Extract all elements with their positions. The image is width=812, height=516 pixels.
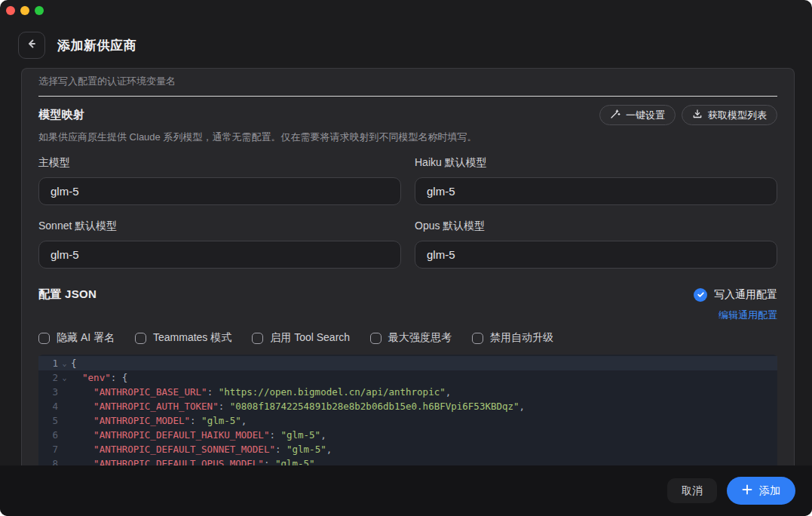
code-text: "ANTHROPIC_MODEL": "glm-5", — [71, 413, 247, 428]
plus-icon — [742, 484, 752, 497]
fold-spacer — [58, 399, 71, 413]
fetch-models-button[interactable]: 获取模型列表 — [682, 105, 777, 125]
opus-model-input[interactable] — [415, 241, 777, 269]
checkbox-unchecked-icon — [38, 333, 50, 344]
field-sonnet-model: Sonnet 默认模型 — [38, 220, 401, 269]
sonnet-model-label: Sonnet 默认模型 — [38, 220, 401, 233]
toggle-checkbox[interactable]: 最大强度思考 — [370, 331, 452, 345]
haiku-model-input[interactable] — [415, 177, 777, 205]
toggle-checkbox[interactable]: Teammates 模式 — [135, 331, 231, 345]
checkbox-unchecked-icon — [472, 333, 483, 344]
code-line[interactable]: 7 "ANTHROPIC_DEFAULT_SONNET_MODEL": "glm… — [38, 442, 777, 456]
line-number: 2 — [38, 370, 58, 385]
checkbox-unchecked-icon — [135, 333, 146, 344]
cancel-button[interactable]: 取消 — [667, 478, 717, 503]
section-divider — [38, 96, 777, 97]
content-scroll-area[interactable]: 选择写入配置的认证环境变量名 模型映射 一键设置 — [21, 68, 795, 465]
minimize-window-icon[interactable] — [20, 6, 29, 15]
model-mapping-description: 如果供应商原生提供 Claude 系列模型，通常无需配置。仅在需要将请求映射到不… — [38, 131, 777, 144]
download-icon — [692, 109, 703, 121]
line-number: 6 — [38, 428, 58, 442]
fold-spacer — [58, 428, 71, 442]
auth-env-helper-text: 选择写入配置的认证环境变量名 — [38, 75, 777, 88]
code-text: "ANTHROPIC_DEFAULT_HAIKU_MODEL": "glm-5"… — [71, 428, 326, 442]
write-common-config-label: 写入通用配置 — [714, 288, 777, 302]
code-line[interactable]: 6 "ANTHROPIC_DEFAULT_HAIKU_MODEL": "glm-… — [38, 428, 777, 442]
code-text: "env": { — [71, 370, 127, 385]
toggle-label: 启用 Tool Search — [270, 331, 350, 345]
code-line[interactable]: 4 "ANTHROPIC_AUTH_TOKEN": "0808f18742254… — [38, 399, 777, 413]
line-number: 4 — [38, 399, 58, 413]
code-line[interactable]: 5 "ANTHROPIC_MODEL": "glm-5", — [38, 413, 777, 428]
code-line[interactable]: 2⌄ "env": { — [38, 370, 777, 385]
field-haiku-model: Haiku 默认模型 — [415, 156, 777, 205]
arrow-left-icon — [25, 37, 38, 54]
field-main-model: 主模型 — [38, 156, 401, 205]
write-common-config-checkbox[interactable]: 写入通用配置 — [694, 288, 777, 302]
magic-wand-icon — [610, 109, 620, 121]
page-title: 添加新供应商 — [57, 37, 136, 54]
toggle-label: 最大强度思考 — [388, 331, 452, 345]
line-number: 5 — [38, 413, 58, 428]
code-text: "ANTHROPIC_DEFAULT_SONNET_MODEL": "glm-5… — [71, 442, 332, 456]
close-window-icon[interactable] — [6, 6, 15, 15]
window-controls — [6, 6, 44, 15]
fold-spacer — [58, 442, 71, 456]
model-mapping-title: 模型映射 — [38, 108, 84, 122]
fold-spacer — [58, 413, 71, 428]
code-text: "ANTHROPIC_DEFAULT_OPUS_MODEL": "glm-5" — [71, 456, 315, 465]
toggle-row: 隐藏 AI 署名Teammates 模式启用 Tool Search最大强度思考… — [38, 331, 777, 345]
line-number: 8 — [38, 456, 58, 465]
sonnet-model-input[interactable] — [38, 241, 401, 269]
code-line[interactable]: 3 "ANTHROPIC_BASE_URL": "https://open.bi… — [38, 385, 777, 399]
add-button-label: 添加 — [759, 484, 780, 498]
zoom-window-icon[interactable] — [35, 6, 44, 15]
quick-setup-label: 一键设置 — [626, 109, 665, 122]
add-provider-button[interactable]: 添加 — [727, 477, 795, 505]
checkbox-unchecked-icon — [252, 333, 263, 344]
fold-spacer — [58, 456, 71, 465]
fold-chevron-icon[interactable]: ⌄ — [58, 356, 71, 370]
footer-bar: 取消 添加 — [0, 465, 812, 516]
field-opus-model: Opus 默认模型 — [415, 220, 777, 269]
code-text: "ANTHROPIC_AUTH_TOKEN": "0808f1874225489… — [71, 399, 525, 413]
toggle-checkbox[interactable]: 隐藏 AI 署名 — [38, 331, 115, 345]
edit-common-config-link[interactable]: 编辑通用配置 — [719, 309, 777, 322]
checkbox-checked-icon — [694, 288, 707, 302]
opus-model-label: Opus 默认模型 — [415, 220, 777, 233]
fetch-models-label: 获取模型列表 — [708, 109, 767, 122]
main-model-input[interactable] — [38, 177, 401, 205]
json-editor-lines: 1⌄{2⌄ "env": {3 "ANTHROPIC_BASE_URL": "h… — [38, 356, 777, 465]
fold-spacer — [58, 385, 71, 399]
json-config-editor[interactable]: 1⌄{2⌄ "env": {3 "ANTHROPIC_BASE_URL": "h… — [38, 355, 777, 465]
fold-chevron-icon[interactable]: ⌄ — [58, 370, 71, 385]
back-button[interactable] — [18, 32, 45, 59]
toggle-label: 禁用自动升级 — [490, 331, 553, 345]
config-json-title: 配置 JSON — [38, 287, 97, 302]
code-line[interactable]: 1⌄{ — [38, 356, 777, 370]
haiku-model-label: Haiku 默认模型 — [415, 156, 777, 170]
toggle-checkbox[interactable]: 启用 Tool Search — [252, 331, 350, 345]
toggle-label: Teammates 模式 — [153, 331, 231, 345]
code-line[interactable]: 8 "ANTHROPIC_DEFAULT_OPUS_MODEL": "glm-5… — [38, 456, 777, 465]
toggle-label: 隐藏 AI 署名 — [57, 331, 115, 345]
code-text: "ANTHROPIC_BASE_URL": "https://open.bigm… — [71, 385, 451, 399]
main-model-label: 主模型 — [38, 156, 401, 170]
checkbox-unchecked-icon — [370, 333, 381, 344]
line-number: 7 — [38, 442, 58, 456]
line-number: 3 — [38, 385, 58, 399]
code-text: { — [71, 356, 77, 370]
toggle-checkbox[interactable]: 禁用自动升级 — [472, 331, 553, 345]
line-number: 1 — [38, 356, 58, 370]
quick-setup-button[interactable]: 一键设置 — [599, 105, 676, 125]
app-window: 添加新供应商 选择写入配置的认证环境变量名 模型映射 一键设置 — [0, 0, 812, 516]
